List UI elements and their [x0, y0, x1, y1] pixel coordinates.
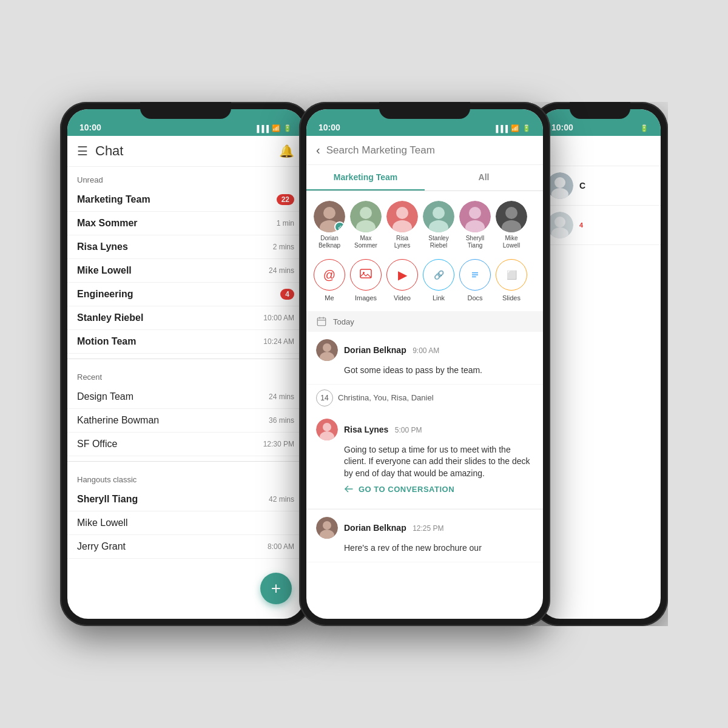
- time-motion: 10:24 AM: [263, 337, 294, 346]
- msg-sender-3: Dorian Belknap: [344, 523, 406, 533]
- msg-header-1: Dorian Belknap 9:00 AM: [316, 339, 533, 361]
- tab-marketing-team[interactable]: Marketing Team: [306, 165, 425, 190]
- avatar-dorian[interactable]: ✓ DorianBelknap: [314, 201, 345, 249]
- phone-3: 10:00 🔋: [532, 102, 668, 626]
- avatar-svg-mike-p2: [496, 201, 527, 232]
- avatar-circle-mike-p2: [496, 201, 527, 232]
- status-time-2: 10:00: [318, 123, 340, 132]
- chat-item-sheryll[interactable]: Sheryll Tiang 42 mins: [67, 488, 304, 511]
- phone-1: 10:00 ▐▐▐ 📶 🔋 ☰ Chat 🔔 Unread: [60, 102, 311, 626]
- time-katherine: 36 mins: [269, 416, 294, 425]
- signal-icon-2: ▐▐▐: [494, 125, 508, 132]
- chat-item-jerry[interactable]: Jerry Grant 8:00 AM: [67, 535, 304, 559]
- tab-all[interactable]: All: [425, 165, 543, 190]
- battery-icon-2: 🔋: [522, 124, 531, 132]
- msg-info-2: Risa Lynes 5:00 PM: [344, 424, 422, 435]
- filter-images[interactable]: Images: [350, 259, 382, 302]
- avatar-mike-p2[interactable]: MikeLowell: [496, 201, 527, 249]
- chat-item-katherine[interactable]: Katherine Bowman 36 mins: [67, 409, 304, 433]
- partial-avatar-1: [547, 172, 573, 199]
- classic-label: Hangouts classic: [67, 467, 304, 488]
- filter-circle-images: [350, 259, 382, 291]
- chat-item-marketing-team[interactable]: Marketing Team 22: [67, 188, 304, 212]
- svg-point-36: [323, 521, 331, 530]
- msg-time-1: 9:00 AM: [413, 346, 439, 355]
- filter-me[interactable]: @ Me: [314, 259, 345, 302]
- filter-circle-link: 🔗: [423, 259, 454, 291]
- msg-text-2: Going to setup a time for us to meet wit…: [316, 444, 533, 480]
- msg-svg-risa: [316, 419, 338, 440]
- chat-name-stanley: Stanley Riebel: [77, 312, 143, 323]
- filter-link[interactable]: 🔗 Link: [423, 259, 454, 302]
- chat-item-sf-office[interactable]: SF Office 12:30 PM: [67, 433, 304, 456]
- avatar-risa[interactable]: RisaLynes: [386, 201, 418, 249]
- header-left: ☰ Chat: [77, 143, 123, 159]
- avatar-svg-risa: [386, 201, 418, 232]
- phone-1-screen: 10:00 ▐▐▐ 📶 🔋 ☰ Chat 🔔 Unread: [67, 109, 304, 619]
- filter-slides[interactable]: ⬜ Slides: [496, 259, 527, 302]
- status-time-3: 10:00: [551, 123, 573, 132]
- chat-item-engineering[interactable]: Engineering 4: [67, 283, 304, 306]
- goto-link[interactable]: GO TO CONVERSATION: [316, 479, 533, 501]
- docs-icon: [469, 269, 481, 281]
- chat-item-mike-lowell[interactable]: Mike Lowell 24 mins: [67, 259, 304, 283]
- chat-title: Chat: [95, 143, 123, 159]
- partial-item-1[interactable]: C: [539, 166, 661, 206]
- search-header: ‹ Search Marketing Team: [306, 136, 543, 165]
- avatar-name-max: MaxSommer: [354, 235, 377, 249]
- message-block-3: Dorian Belknap 12:25 PM Here's a rev of …: [306, 510, 543, 562]
- svg-point-10: [433, 207, 445, 219]
- chat-name-mike: Mike Lowell: [77, 265, 132, 276]
- chat-item-design-team[interactable]: Design Team 24 mins: [67, 385, 304, 409]
- chat-item-mike-lowell-classic[interactable]: Mike Lowell: [67, 511, 304, 535]
- avatar-max[interactable]: MaxSommer: [350, 201, 382, 249]
- chat-item-max-sommer[interactable]: Max Sommer 1 min: [67, 212, 304, 235]
- back-button[interactable]: ‹: [316, 143, 320, 157]
- svg-rect-24: [317, 318, 326, 326]
- msg-sender-1: Dorian Belknap: [344, 345, 406, 355]
- menu-icon[interactable]: ☰: [77, 144, 88, 158]
- svg-point-4: [360, 207, 372, 219]
- filter-label-images: Images: [355, 294, 377, 302]
- partial-item-2[interactable]: 4: [539, 206, 661, 245]
- app-header-1: ☰ Chat 🔔: [67, 136, 304, 167]
- svg-point-13: [469, 207, 481, 219]
- msg-svg-dorian: [316, 339, 338, 361]
- battery-icon-3: 🔋: [640, 124, 649, 132]
- divider-2: [67, 461, 304, 462]
- partial-info-1: C: [579, 181, 653, 190]
- partial-badge-2: 4: [579, 221, 653, 229]
- time-jerry: 8:00 AM: [268, 542, 294, 551]
- bell-icon[interactable]: 🔔: [279, 144, 294, 158]
- partial-name-1: C: [579, 181, 653, 190]
- msg-sender-2: Risa Lynes: [344, 425, 388, 434]
- chat-item-stanley[interactable]: Stanley Riebel 10:00 AM: [67, 306, 304, 330]
- chat-name-motion: Motion Team: [77, 336, 136, 347]
- avatar-svg-sheryll: [459, 201, 491, 232]
- chat-name-max: Max Sommer: [77, 218, 138, 229]
- message-block-1: Dorian Belknap 9:00 AM Got some ideas to…: [306, 332, 543, 385]
- partial-info-2: 4: [579, 221, 653, 229]
- group-names: Christina, You, Risa, Daniel: [338, 393, 434, 402]
- avatar-svg-max: [350, 201, 382, 232]
- msg-header-2: Risa Lynes 5:00 PM: [316, 419, 533, 440]
- msg-text-3: Here's a rev of the new brochure our: [316, 542, 533, 554]
- images-icon: [359, 268, 373, 282]
- filter-label-video: Video: [394, 294, 411, 302]
- chat-name-marketing: Marketing Team: [77, 194, 150, 205]
- filter-docs[interactable]: Docs: [459, 259, 491, 302]
- filter-video[interactable]: ▶ Video: [386, 259, 418, 302]
- chat-item-risa[interactable]: Risa Lynes 2 mins: [67, 235, 304, 259]
- fab-button[interactable]: +: [260, 573, 292, 604]
- avatar-stanley[interactable]: StanleyRiebel: [423, 201, 454, 249]
- phone-2: 10:00 ▐▐▐ 📶 🔋 ‹ Search Marketing Team Ma…: [299, 102, 550, 626]
- search-title[interactable]: Search Marketing Team: [326, 144, 533, 157]
- partial-list: C 4: [539, 166, 661, 245]
- chat-item-motion[interactable]: Motion Team 10:24 AM: [67, 330, 304, 354]
- filters-row: @ Me Images ▶ Video: [306, 254, 543, 311]
- signal-icon: ▐▐▐: [255, 125, 269, 132]
- msg-info-3: Dorian Belknap 12:25 PM: [344, 522, 444, 533]
- avatar-sheryll[interactable]: SheryllTiang: [459, 201, 491, 249]
- time-sheryll: 42 mins: [269, 495, 294, 504]
- chat-name-mike-classic: Mike Lowell: [77, 517, 128, 528]
